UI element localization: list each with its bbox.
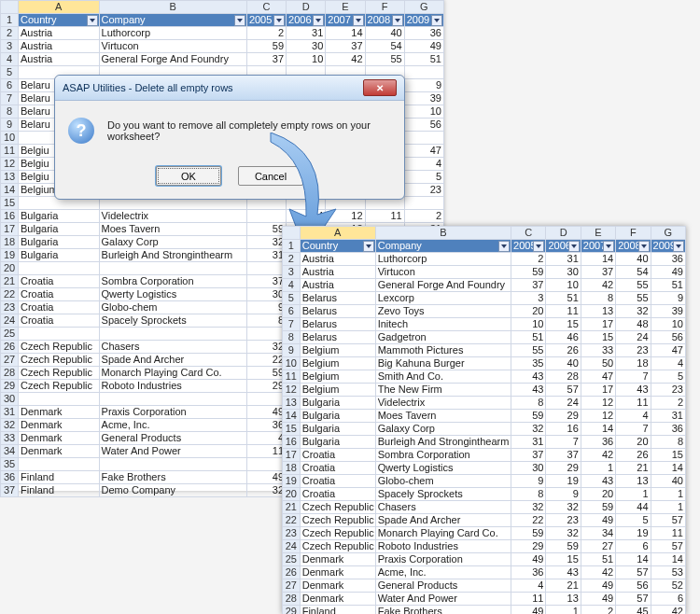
value-cell[interactable]: 31 [651,410,685,423]
country-cell[interactable]: Croatia [19,314,100,328]
value-cell[interactable]: 32 [546,527,581,540]
value-cell[interactable]: 59 [246,223,286,236]
company-cell[interactable]: Praxis Corporation [99,406,246,419]
col-B[interactable]: B [375,227,511,240]
country-cell[interactable]: Finland [19,471,100,484]
value-cell[interactable]: 39 [651,305,685,318]
value-cell[interactable]: 1 [546,606,581,615]
row-header[interactable]: 8 [283,331,301,344]
row-header[interactable]: 1 [1,14,19,27]
value-cell[interactable]: 32 [511,501,546,514]
cell[interactable] [404,132,443,145]
country-cell[interactable]: Croatia [19,301,100,314]
value-cell[interactable]: 10 [651,318,685,331]
company-cell[interactable]: Burleigh And Stronginthearm [99,249,246,262]
value-cell[interactable]: 26 [616,449,651,462]
row-header[interactable]: 9 [1,119,19,132]
row-header[interactable]: 21 [283,501,301,514]
chevron-down-icon[interactable] [498,241,510,252]
value-cell[interactable]: 8 [581,292,615,305]
country-cell[interactable]: Belgium [300,370,375,384]
value-cell[interactable]: 9 [404,79,443,92]
country-cell[interactable]: Bulgaria [19,236,100,249]
value-cell[interactable]: 8 [246,314,286,328]
country-cell[interactable]: Bulgaria [300,436,375,449]
row-header[interactable]: 37 [1,484,19,497]
value-cell[interactable]: 11 [546,305,581,318]
value-cell[interactable]: 59 [511,527,546,540]
row-header[interactable]: 9 [283,344,301,357]
country-cell[interactable]: Denmark [300,593,375,606]
value-cell[interactable]: 56 [651,331,685,344]
value-cell[interactable]: 11 [365,210,404,223]
row-header[interactable]: 25 [283,553,301,566]
cell[interactable] [19,393,100,406]
company-cell[interactable]: Monarch Playing Card Co. [375,527,511,540]
row-header[interactable]: 24 [1,314,19,328]
row-header[interactable]: 2 [1,27,19,40]
row-header[interactable]: 23 [283,527,301,540]
value-cell[interactable]: 24 [616,331,651,344]
row-header[interactable]: 18 [1,236,19,249]
value-cell[interactable]: 55 [616,279,651,292]
row-header[interactable]: 31 [1,406,19,419]
country-cell[interactable]: Bulgaria [300,397,375,410]
company-cell[interactable]: Fake Brothers [375,606,511,615]
company-cell[interactable]: Roboto Industries [375,540,511,553]
row-header[interactable]: 36 [1,471,19,484]
row-header[interactable]: 29 [283,606,301,615]
value-cell[interactable]: 19 [616,527,651,540]
value-cell[interactable]: 12 [581,397,615,410]
cell[interactable] [246,262,286,275]
value-cell[interactable]: 4 [651,357,685,370]
value-cell[interactable]: 49 [651,266,685,279]
row-header[interactable]: 11 [283,370,301,384]
value-cell[interactable]: 28 [546,370,581,384]
value-cell[interactable]: 36 [404,27,443,40]
value-cell[interactable]: 36 [246,419,286,432]
company-cell[interactable]: Zevo Toys [375,305,511,318]
cell[interactable] [19,262,100,275]
value-cell[interactable]: 49 [404,40,443,53]
value-cell[interactable]: 40 [546,357,581,370]
value-cell[interactable]: 39 [404,92,443,105]
value-cell[interactable]: 14 [651,462,685,475]
company-cell[interactable]: Qwerty Logistics [375,462,511,475]
value-cell[interactable]: 55 [365,53,404,66]
company-cell[interactable]: Roboto Industries [99,380,246,393]
company-cell[interactable]: Big Kahuna Burger [375,357,511,370]
value-cell[interactable]: 13 [616,475,651,488]
row-header[interactable]: 29 [1,380,19,393]
row-header[interactable]: 13 [283,397,301,410]
chevron-down-icon[interactable] [533,241,544,252]
country-cell[interactable]: Croatia [19,288,100,301]
value-cell[interactable]: 2 [246,27,286,40]
value-cell[interactable]: 8 [511,488,546,501]
col-G[interactable]: G [404,1,443,14]
value-cell[interactable]: 7 [616,423,651,436]
filter-header[interactable]: 2005 [511,240,546,253]
country-cell[interactable]: Czech Republic [300,540,375,553]
filter-header[interactable]: Country [300,240,375,253]
value-cell[interactable]: 13 [581,305,615,318]
value-cell[interactable]: 36 [511,566,546,579]
country-cell[interactable]: Bulgaria [300,423,375,436]
company-cell[interactable]: Monarch Playing Card Co. [99,367,246,380]
country-cell[interactable]: Denmark [19,406,100,419]
value-cell[interactable]: 36 [651,423,685,436]
country-cell[interactable]: Austria [19,27,100,40]
value-cell[interactable]: 9 [246,301,286,314]
value-cell[interactable]: 1 [616,488,651,501]
value-cell[interactable]: 10 [511,318,546,331]
company-cell[interactable]: Fake Brothers [99,471,246,484]
value-cell[interactable]: 59 [246,40,286,53]
row-header[interactable]: 14 [283,410,301,423]
col-B[interactable]: B [99,1,246,14]
value-cell[interactable]: 36 [581,436,615,449]
company-cell[interactable]: Spacely Sprockets [375,488,511,501]
value-cell[interactable]: 42 [581,566,615,579]
value-cell[interactable]: 6 [651,593,685,606]
company-cell[interactable]: General Forge And Foundry [375,279,511,292]
company-cell[interactable]: Virtucon [99,40,246,53]
cell[interactable] [246,328,286,341]
